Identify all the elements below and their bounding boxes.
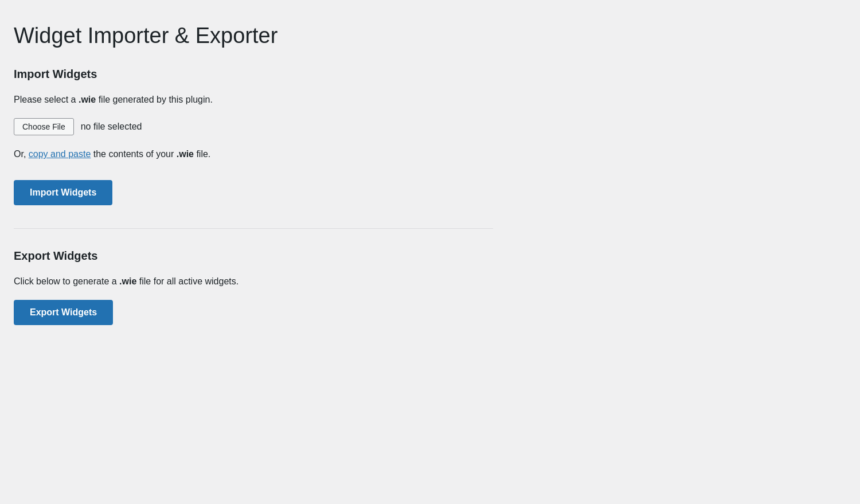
export-desc-suffix: file for all active widgets. (136, 276, 239, 286)
export-desc-prefix: Click below to generate a (14, 276, 119, 286)
copy-paste-link[interactable]: copy and paste (29, 149, 91, 159)
import-widgets-button[interactable]: Import Widgets (14, 180, 112, 205)
import-desc-extension: .wie (79, 95, 96, 104)
copy-paste-row: Or, copy and paste the contents of your … (14, 147, 493, 162)
export-widgets-button[interactable]: Export Widgets (14, 300, 113, 325)
no-file-selected-text: no file selected (81, 122, 142, 132)
export-section-heading: Export Widgets (14, 249, 493, 263)
import-desc-suffix: file generated by this plugin. (96, 95, 213, 104)
section-divider (14, 228, 493, 229)
import-section-heading: Import Widgets (14, 68, 493, 81)
page-container: Widget Importer & Exporter Import Widget… (0, 0, 516, 371)
file-input-row: Choose File no file selected (14, 118, 493, 135)
copy-paste-extension: .wie (177, 149, 194, 159)
import-description: Please select a .wie file generated by t… (14, 92, 493, 107)
choose-file-button[interactable]: Choose File (14, 118, 74, 135)
page-title: Widget Importer & Exporter (14, 23, 493, 49)
export-description: Click below to generate a .wie file for … (14, 274, 493, 289)
copy-paste-middle: the contents of your (91, 149, 176, 159)
import-section: Import Widgets Please select a .wie file… (14, 68, 493, 205)
copy-paste-suffix: file. (194, 149, 210, 159)
export-section: Export Widgets Click below to generate a… (14, 249, 493, 326)
import-desc-prefix: Please select a (14, 95, 79, 104)
copy-paste-prefix: Or, (14, 149, 29, 159)
export-desc-extension: .wie (119, 276, 136, 286)
